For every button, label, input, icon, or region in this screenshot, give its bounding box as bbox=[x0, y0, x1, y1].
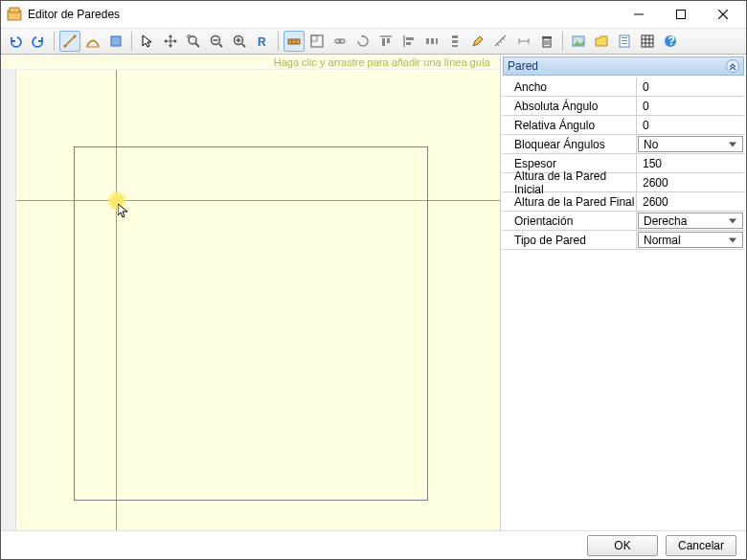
edit-tool-icon[interactable] bbox=[467, 31, 488, 52]
property-label: Tipo de Pared bbox=[503, 231, 637, 249]
window-title: Editor de Paredes bbox=[28, 8, 618, 21]
dimension-tool-icon[interactable] bbox=[513, 31, 534, 52]
pointer-icon[interactable] bbox=[137, 31, 158, 52]
move-icon[interactable] bbox=[160, 31, 181, 52]
folder-icon[interactable] bbox=[591, 31, 612, 52]
property-value[interactable]: 0 bbox=[637, 97, 744, 115]
delete-icon[interactable] bbox=[536, 31, 557, 52]
property-list: Ancho0Absoluta Ángulo0Relativa Ángulo0Bl… bbox=[503, 78, 744, 250]
hint-strip: Haga clic y arrastre para añadir una lín… bbox=[1, 55, 500, 70]
minimize-button[interactable] bbox=[618, 1, 660, 28]
property-row: Ancho0 bbox=[503, 78, 744, 97]
distribute-h-icon[interactable] bbox=[421, 31, 442, 52]
align-left-icon[interactable] bbox=[398, 31, 419, 52]
property-row: Absoluta Ángulo0 bbox=[503, 97, 744, 116]
close-button[interactable] bbox=[702, 1, 744, 28]
redo-icon[interactable] bbox=[28, 31, 49, 52]
wall-fill-icon[interactable] bbox=[105, 31, 126, 52]
property-label: Relativa Ángulo bbox=[503, 116, 637, 134]
button-bar: OK Cancelar bbox=[1, 530, 746, 559]
guide-line-tool-icon[interactable] bbox=[59, 31, 80, 52]
clipboard-icon[interactable] bbox=[614, 31, 635, 52]
align-top-icon[interactable] bbox=[375, 31, 396, 52]
property-row: Altura de la Pared Inicial2600 bbox=[503, 173, 744, 192]
property-row: Relativa Ángulo0 bbox=[503, 116, 744, 135]
panel-title: Pared bbox=[508, 59, 538, 73]
svg-line-14 bbox=[195, 43, 199, 47]
collapse-icon[interactable] bbox=[726, 59, 739, 73]
property-label: Altura de la Pared Final bbox=[503, 192, 637, 211]
svg-line-45 bbox=[503, 38, 505, 40]
wall-tool-icon[interactable] bbox=[283, 31, 305, 52]
undo-icon[interactable] bbox=[5, 31, 26, 52]
svg-rect-32 bbox=[387, 38, 390, 43]
svg-line-43 bbox=[497, 44, 499, 46]
grid-icon[interactable] bbox=[637, 31, 658, 52]
property-value[interactable]: 0 bbox=[637, 78, 744, 96]
distribute-v-icon[interactable] bbox=[444, 31, 465, 52]
svg-rect-31 bbox=[382, 38, 385, 46]
svg-rect-35 bbox=[406, 42, 411, 45]
cancel-button[interactable]: Cancelar bbox=[666, 535, 736, 556]
svg-rect-58 bbox=[622, 40, 627, 41]
separator bbox=[54, 32, 55, 51]
zoom-out-icon[interactable] bbox=[206, 31, 227, 52]
svg-rect-60 bbox=[642, 35, 653, 47]
svg-rect-40 bbox=[452, 40, 458, 43]
panel-header[interactable]: Pared bbox=[503, 56, 744, 76]
svg-point-13 bbox=[189, 36, 196, 44]
property-row: OrientaciónDerecha bbox=[503, 212, 744, 231]
svg-point-29 bbox=[339, 39, 345, 43]
image-tool-icon[interactable] bbox=[568, 31, 589, 52]
canvas[interactable] bbox=[16, 70, 500, 530]
property-label: Absoluta Ángulo bbox=[503, 97, 637, 115]
svg-rect-57 bbox=[622, 37, 627, 38]
scrollbar-vertical[interactable] bbox=[1, 70, 16, 530]
svg-rect-10 bbox=[111, 36, 121, 46]
svg-line-16 bbox=[219, 44, 222, 47]
property-row: Altura de la Pared Final2600 bbox=[503, 192, 744, 212]
property-dropdown[interactable]: Derecha bbox=[638, 213, 743, 229]
svg-rect-1 bbox=[10, 8, 19, 12]
property-label: Altura de la Pared Inicial bbox=[503, 173, 637, 191]
measure-tool-icon[interactable] bbox=[490, 31, 511, 52]
svg-rect-41 bbox=[452, 45, 458, 47]
properties-panel: Pared Ancho0Absoluta Ángulo0Relativa Áng… bbox=[500, 55, 746, 530]
property-value[interactable]: 2600 bbox=[637, 192, 744, 211]
zoom-in-icon[interactable] bbox=[229, 31, 250, 52]
room-tool-icon[interactable] bbox=[306, 31, 328, 52]
svg-rect-36 bbox=[426, 38, 429, 44]
svg-rect-38 bbox=[436, 38, 438, 44]
property-label: Orientación bbox=[503, 212, 637, 230]
property-dropdown[interactable]: Normal bbox=[638, 232, 743, 248]
workspace: Haga clic y arrastre para añadir una lín… bbox=[1, 55, 500, 530]
svg-rect-3 bbox=[677, 11, 686, 19]
ok-button[interactable]: OK bbox=[587, 535, 658, 556]
separator bbox=[562, 32, 563, 51]
property-dropdown[interactable]: No bbox=[638, 136, 743, 152]
svg-point-8 bbox=[74, 35, 77, 38]
svg-rect-34 bbox=[406, 37, 414, 40]
separator bbox=[278, 32, 279, 51]
zoom-extents-icon[interactable] bbox=[183, 31, 204, 52]
svg-rect-23 bbox=[288, 39, 300, 44]
rotate-tool-icon[interactable] bbox=[352, 31, 374, 52]
property-row: Bloquear ÁngulosNo bbox=[503, 135, 744, 154]
app-icon bbox=[7, 7, 22, 22]
cursor-icon bbox=[118, 204, 133, 219]
property-value[interactable]: 2600 bbox=[637, 173, 744, 191]
svg-rect-53 bbox=[542, 36, 552, 38]
svg-point-7 bbox=[64, 45, 67, 48]
link-tool-icon[interactable] bbox=[329, 31, 351, 52]
svg-line-44 bbox=[500, 41, 502, 43]
help-icon[interactable]: ? bbox=[660, 31, 681, 52]
property-value[interactable]: 0 bbox=[637, 116, 744, 134]
property-value[interactable]: 150 bbox=[637, 154, 744, 172]
reset-icon[interactable]: R bbox=[252, 31, 273, 52]
svg-rect-39 bbox=[452, 35, 458, 38]
svg-line-19 bbox=[242, 44, 245, 47]
svg-rect-59 bbox=[622, 43, 627, 44]
maximize-button[interactable] bbox=[660, 1, 702, 28]
curve-guide-icon[interactable] bbox=[82, 31, 103, 52]
svg-rect-27 bbox=[311, 35, 317, 41]
